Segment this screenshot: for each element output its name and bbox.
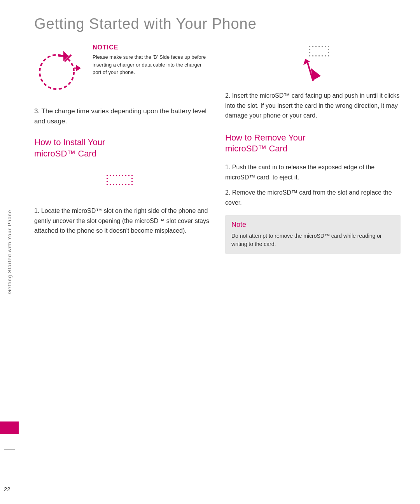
- notice-area: NOTICE Please make sure that the 'B' Sid…: [34, 44, 210, 95]
- svg-rect-26: [128, 184, 130, 185]
- charge-time-text: 3. The charge time varies depending upon…: [34, 106, 210, 126]
- svg-rect-36: [328, 49, 329, 50]
- svg-rect-6: [107, 175, 108, 176]
- svg-rect-40: [312, 55, 313, 56]
- remove-section-title: How to Remove Your microSD™ Card: [225, 132, 401, 155]
- svg-rect-31: [318, 46, 320, 47]
- svg-rect-24: [122, 184, 123, 185]
- right-column: 2. Insert the microSD™ card facing up an…: [225, 44, 401, 254]
- svg-rect-10: [119, 175, 120, 176]
- sidebar-label: Getting Started with Your Phone: [7, 210, 12, 294]
- svg-rect-8: [113, 175, 114, 176]
- note-title: Note: [231, 221, 394, 229]
- circle-diagram: [34, 44, 85, 95]
- two-columns: NOTICE Please make sure that the 'B' Sid…: [34, 44, 401, 254]
- svg-rect-44: [325, 55, 326, 56]
- svg-rect-18: [131, 181, 133, 182]
- svg-point-0: [40, 55, 74, 89]
- svg-rect-7: [110, 175, 111, 176]
- sidebar-line: [4, 449, 15, 450]
- remove-step1: 1. Push the card in to release the expos…: [225, 162, 401, 182]
- svg-rect-35: [309, 49, 310, 50]
- svg-rect-45: [328, 55, 329, 56]
- svg-rect-32: [322, 46, 323, 47]
- svg-rect-16: [131, 178, 133, 179]
- remove-title-line1: How to Remove Your: [225, 133, 306, 142]
- svg-rect-29: [312, 46, 313, 47]
- main-content: Getting Started with Your Phone: [19, 0, 420, 504]
- note-box: Note Do not attempt to remove the microS…: [225, 215, 401, 254]
- remove-step2: 2. Remove the microSD™ card from the slo…: [225, 188, 401, 207]
- svg-rect-39: [309, 55, 310, 56]
- insert-step2: 2. Insert the microSD™ card facing up an…: [225, 91, 401, 121]
- install-title-line2: microSD™ Card: [34, 149, 96, 158]
- notice-text: NOTICE Please make sure that the 'B' Sid…: [93, 44, 210, 76]
- svg-rect-23: [119, 184, 120, 185]
- remove-title-line2: microSD™ Card: [225, 144, 287, 153]
- svg-marker-48: [303, 59, 310, 65]
- svg-rect-13: [128, 175, 130, 176]
- sidebar: Getting Started with Your Phone: [0, 0, 19, 504]
- install-step1: 1. Locate the microSD™ slot on the right…: [34, 206, 210, 236]
- svg-rect-33: [325, 46, 326, 47]
- svg-rect-20: [110, 184, 111, 185]
- insert-diagram-svg: [290, 44, 336, 83]
- left-column: NOTICE Please make sure that the 'B' Sid…: [34, 44, 210, 254]
- remove-steps: 1. Push the card in to release the expos…: [225, 162, 401, 207]
- svg-rect-41: [315, 55, 317, 56]
- svg-rect-42: [318, 55, 320, 56]
- svg-rect-30: [315, 46, 317, 47]
- svg-rect-11: [122, 175, 123, 176]
- svg-rect-27: [131, 184, 133, 185]
- svg-rect-37: [309, 52, 310, 53]
- svg-rect-17: [107, 181, 108, 182]
- notice-title: NOTICE: [93, 44, 210, 51]
- notice-body: Please make sure that the 'B' Side faces…: [93, 53, 210, 76]
- svg-rect-25: [125, 184, 126, 185]
- svg-rect-12: [125, 175, 126, 176]
- note-body: Do not attempt to remove the microSD™ ca…: [231, 232, 394, 248]
- dashed-circle-svg: [34, 44, 85, 95]
- svg-rect-34: [328, 46, 329, 47]
- svg-rect-9: [116, 175, 117, 176]
- svg-rect-14: [131, 175, 133, 176]
- svg-rect-22: [116, 184, 117, 185]
- svg-rect-38: [328, 52, 329, 53]
- svg-rect-19: [107, 184, 108, 185]
- svg-rect-21: [113, 184, 114, 185]
- page-number: 22: [4, 486, 10, 492]
- page-title: Getting Started with Your Phone: [34, 16, 401, 32]
- microsd-diagram: [34, 171, 210, 194]
- svg-marker-4: [76, 65, 81, 71]
- sidebar-accent: [0, 421, 19, 434]
- install-section-title: How to Install Your microSD™ Card: [34, 137, 210, 159]
- svg-rect-15: [107, 178, 108, 179]
- svg-rect-43: [322, 55, 323, 56]
- svg-rect-28: [309, 46, 310, 47]
- insert-diagram: [225, 44, 401, 83]
- dots-diagram-left: [103, 171, 142, 194]
- install-title-line1: How to Install Your: [34, 137, 105, 147]
